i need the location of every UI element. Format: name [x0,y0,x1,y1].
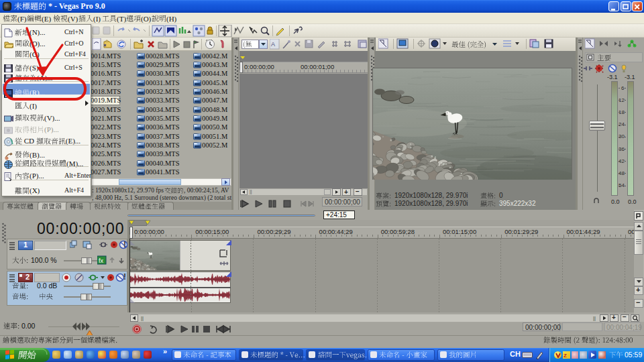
svg-text:Z: Z [564,353,567,359]
svg-text:A: A [271,41,275,48]
svg-text:fx: fx [99,257,104,264]
